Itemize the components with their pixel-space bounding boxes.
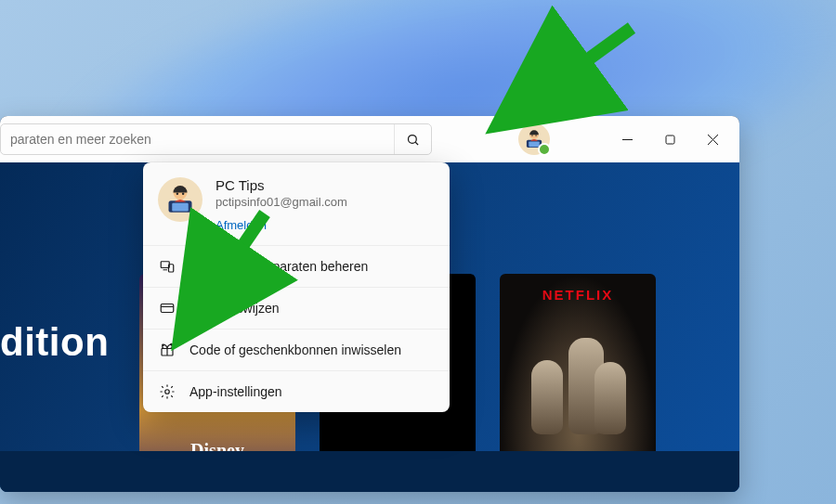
svg-point-15 — [182, 193, 185, 196]
svg-rect-8 — [666, 136, 674, 144]
svg-point-0 — [409, 135, 417, 143]
svg-point-6 — [535, 135, 537, 136]
menu-label: App-instellingen — [189, 384, 282, 399]
gear-icon — [158, 382, 176, 401]
annotation-arrow-avatar — [492, 19, 650, 134]
netflix-art — [507, 332, 648, 434]
svg-rect-3 — [529, 141, 539, 147]
search-icon — [406, 133, 420, 147]
netflix-logo-text: NETFLIX — [542, 287, 614, 303]
annotation-arrow-redeem — [172, 204, 283, 347]
svg-line-27 — [186, 213, 265, 330]
svg-point-25 — [165, 390, 170, 394]
search-box — [0, 123, 432, 155]
svg-rect-16 — [161, 262, 169, 268]
maximize-button[interactable] — [648, 123, 691, 155]
svg-line-1 — [415, 142, 418, 145]
svg-line-26 — [506, 28, 632, 119]
svg-point-5 — [531, 135, 533, 136]
menu-app-settings[interactable]: App-instellingen — [143, 370, 450, 412]
content-floor — [0, 451, 739, 492]
close-icon — [708, 135, 718, 145]
profile-name: PC Tips — [216, 177, 347, 193]
minimize-icon — [622, 135, 633, 145]
close-button[interactable] — [691, 123, 734, 155]
hero-title: dition — [0, 320, 109, 365]
maximize-icon — [665, 135, 675, 145]
search-button[interactable] — [394, 124, 431, 154]
svg-point-14 — [176, 193, 179, 196]
search-input[interactable] — [1, 124, 394, 154]
